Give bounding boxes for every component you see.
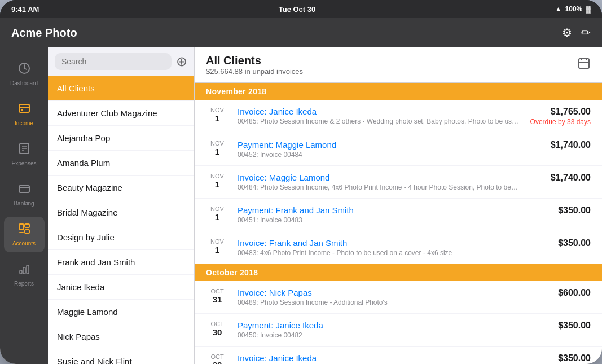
- tx-right: $350.00: [558, 353, 591, 363]
- client-item-adventurer[interactable]: Adventurer Club Magazine: [48, 101, 194, 126]
- status-right: ▲ 100% ▓: [555, 5, 591, 13]
- client-item-amanda[interactable]: Amanda Plum: [48, 151, 194, 176]
- client-item-janice[interactable]: Janice Ikeda: [48, 275, 194, 300]
- svg-rect-8: [19, 186, 29, 192]
- header-icons: ⚙ ✏: [562, 26, 591, 40]
- tx-right: $1,740.00: [551, 173, 591, 183]
- tx-title[interactable]: Invoice: Maggie Lamond: [238, 173, 542, 182]
- tx-right: $350.00: [558, 321, 591, 331]
- day: 30: [206, 360, 229, 364]
- search-input[interactable]: [55, 53, 172, 70]
- tx-desc: 00451: Invoice 00483: [238, 216, 520, 224]
- svg-rect-1: [19, 104, 29, 112]
- expenses-icon: [18, 142, 30, 158]
- svg-rect-11: [25, 224, 29, 227]
- sidebar-item-reports[interactable]: Reports: [4, 257, 45, 292]
- client-list-items: All Clients Adventurer Club Magazine Ale…: [48, 76, 194, 364]
- sidebar-item-income[interactable]: Income: [4, 97, 45, 132]
- status-bar: 9:41 AM Tue Oct 30 ▲ 100% ▓: [0, 0, 602, 18]
- tx-title[interactable]: Invoice: Nick Papas: [238, 288, 549, 297]
- settings-icon[interactable]: ⚙: [562, 26, 572, 40]
- sidebar-item-banking[interactable]: Banking: [4, 177, 45, 212]
- client-item-maggie[interactable]: Maggie Lamond: [48, 300, 194, 324]
- svg-rect-14: [20, 270, 22, 274]
- client-item-all-clients[interactable]: All Clients: [48, 76, 194, 101]
- client-item-nick[interactable]: Nick Papas: [48, 324, 194, 349]
- reports-label: Reports: [14, 280, 34, 287]
- tx-amount: $1,740.00: [551, 173, 591, 183]
- month-abbr: NOV: [206, 205, 229, 212]
- calendar-button[interactable]: [577, 56, 591, 73]
- client-item-beauty[interactable]: Beauty Magazine: [48, 176, 194, 200]
- status-time: 9:41 AM: [11, 5, 39, 14]
- tx-date: NOV 1: [206, 238, 229, 255]
- tx-details: Payment: Janice Ikeda 00450: Invoice 004…: [238, 321, 549, 339]
- day: 30: [206, 327, 229, 337]
- compose-icon[interactable]: ✏: [581, 26, 591, 40]
- tx-amount: $350.00: [558, 205, 591, 216]
- income-label: Income: [15, 120, 33, 126]
- tx-title[interactable]: Payment: Frank and Jan Smith: [238, 205, 549, 215]
- table-row: NOV 1 Invoice: Maggie Lamond 00484: Phot…: [195, 166, 602, 199]
- expenses-label: Expenses: [12, 160, 37, 166]
- month-abbr: NOV: [206, 140, 229, 147]
- tx-details: Invoice: Nick Papas 00489: Photo Session…: [238, 288, 549, 306]
- page-title: All Clients: [206, 54, 303, 67]
- client-item-frank[interactable]: Frank and Jan Smith: [48, 250, 194, 275]
- tx-date: OCT 30: [206, 353, 229, 364]
- tx-amount: $350.00: [558, 238, 591, 248]
- add-client-button[interactable]: ⊕: [176, 55, 187, 68]
- table-row: NOV 1 Invoice: Frank and Jan Smith 00483…: [195, 231, 602, 264]
- svg-rect-10: [19, 224, 24, 230]
- sidebar-item-dashboard[interactable]: Dashboard: [4, 56, 45, 92]
- month-abbr: NOV: [206, 238, 229, 245]
- tx-overdue: Overdue by 33 days: [530, 118, 591, 126]
- svg-rect-3: [21, 109, 23, 111]
- month-abbr: NOV: [206, 173, 229, 179]
- tx-desc: 00483: 4x6 Photo Print Income - Photo to…: [238, 249, 520, 257]
- month-header-nov: November 2018: [195, 83, 602, 100]
- tx-right: $350.00: [558, 205, 591, 216]
- tx-title[interactable]: Payment: Janice Ikeda: [238, 321, 549, 330]
- client-item-alejandra[interactable]: Alejandra Pop: [48, 126, 194, 151]
- main-layout: Dashboard Income: [0, 47, 602, 364]
- banking-icon: [18, 182, 30, 198]
- tx-title[interactable]: Payment: Maggie Lamond: [238, 140, 542, 150]
- svg-rect-15: [23, 267, 25, 274]
- sidebar-item-accounts[interactable]: Accounts: [4, 217, 45, 252]
- sidebar-item-expenses[interactable]: Expenses: [4, 137, 45, 172]
- day: 1: [206, 212, 229, 222]
- title-section: All Clients $25,664.88 in unpaid invoice…: [206, 54, 303, 76]
- table-row: NOV 1 Payment: Maggie Lamond 00452: Invo…: [195, 133, 602, 166]
- client-list-panel: ⊕ All Clients Adventurer Club Magazine A…: [48, 47, 195, 364]
- app-title: Acme Photo: [11, 27, 77, 40]
- table-row: OCT 30 Invoice: Janice Ikeda 00482: 8x10…: [195, 347, 602, 364]
- table-row: OCT 30 Payment: Janice Ikeda 00450: Invo…: [195, 314, 602, 347]
- tx-desc: 00489: Photo Session Income - Additional…: [238, 299, 520, 306]
- wifi-icon: ▲: [555, 5, 562, 13]
- client-item-design[interactable]: Design by Julie: [48, 225, 194, 250]
- income-icon: [18, 102, 30, 118]
- tx-title[interactable]: Invoice: Janice Ikeda: [238, 107, 521, 116]
- main-content: All Clients $25,664.88 in unpaid invoice…: [195, 47, 602, 364]
- status-date: Tue Oct 30: [279, 5, 316, 14]
- day: 31: [206, 295, 229, 304]
- sidebar-nav: Dashboard Income: [0, 47, 48, 364]
- tx-desc: 00452: Invoice 00484: [238, 151, 520, 159]
- tx-details: Payment: Maggie Lamond 00452: Invoice 00…: [238, 140, 542, 159]
- tx-title[interactable]: Invoice: Frank and Jan Smith: [238, 238, 549, 248]
- content-header: All Clients $25,664.88 in unpaid invoice…: [195, 47, 602, 83]
- month-abbr: OCT: [206, 353, 229, 360]
- client-item-susie[interactable]: Susie and Nick Flint: [48, 349, 194, 364]
- client-item-bridal[interactable]: Bridal Magazine: [48, 200, 194, 225]
- tx-title[interactable]: Invoice: Janice Ikeda: [238, 353, 549, 363]
- tx-right: $350.00: [558, 238, 591, 248]
- accounts-label: Accounts: [12, 240, 36, 247]
- battery-label: 100%: [565, 5, 583, 13]
- table-row: NOV 1 Payment: Frank and Jan Smith 00451…: [195, 199, 602, 231]
- tx-date: OCT 31: [206, 288, 229, 304]
- tx-amount: $1,740.00: [551, 140, 591, 150]
- month-abbr: OCT: [206, 321, 229, 327]
- day: 1: [206, 179, 229, 189]
- dashboard-label: Dashboard: [10, 80, 38, 86]
